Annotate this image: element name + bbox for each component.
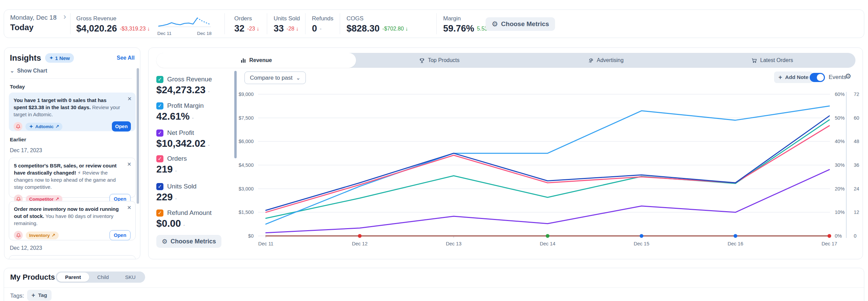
svg-text:$1,500: $1,500	[239, 209, 254, 215]
cogs-value: $828.30-$702.80 ↓	[347, 23, 408, 34]
svg-text:36: 36	[854, 162, 859, 168]
close-icon[interactable]: ×	[127, 161, 131, 167]
refunds-delta: -	[320, 26, 321, 32]
divider	[224, 13, 225, 34]
svg-text:60: 60	[854, 115, 859, 121]
external-arrow-icon: ↗	[52, 233, 55, 238]
svg-text:12: 12	[854, 209, 859, 215]
next-day-button[interactable]: ›	[63, 13, 66, 21]
orders-label: Orders	[234, 15, 252, 22]
new-insights-badge: ✦1 New	[45, 53, 74, 63]
refunds-value: 0-	[312, 23, 321, 34]
close-icon[interactable]: ×	[127, 258, 131, 259]
show-chart-toggle[interactable]: ⌄ Show Chart	[10, 67, 47, 74]
divider	[436, 13, 437, 34]
svg-text:$6,000: $6,000	[239, 139, 254, 144]
insight-card-inventory: Order more inventory now to avoid runnin…	[9, 201, 136, 240]
insight-date: Dec 12, 2023	[10, 245, 42, 251]
open-button[interactable]: Open	[110, 230, 131, 240]
svg-text:$3,000: $3,000	[239, 186, 254, 192]
alert-bell-icon	[14, 122, 22, 131]
current-date: Monday, Dec 18	[10, 14, 57, 21]
alert-bell-icon	[14, 231, 23, 240]
product-level-segmented-control: Parent Child SKU	[56, 272, 145, 283]
insights-title: Insights	[10, 53, 41, 63]
svg-text:50%: 50%	[835, 115, 845, 121]
divider	[340, 13, 340, 34]
insight-card-listing: 1 competitor has updated their listing. …	[9, 255, 136, 259]
cogs-label: COGS	[347, 15, 363, 22]
close-icon[interactable]: ×	[127, 204, 131, 211]
divider	[70, 13, 71, 34]
insight-card-competitor: 5 competitor's BSR, sales, or review cou…	[9, 158, 136, 198]
insight-text: 5 competitor's BSR, sales, or review cou…	[14, 162, 122, 190]
see-all-link[interactable]: See All	[117, 55, 135, 61]
group-heading-today: Today	[10, 84, 25, 90]
orders-delta: -23 ↓	[247, 26, 259, 32]
sparkline-chart	[157, 15, 212, 30]
svg-text:Dec 15: Dec 15	[634, 241, 649, 246]
tab-child[interactable]: Child	[89, 273, 117, 282]
revenue-sparkline: Dec 11 Dec 18	[157, 15, 212, 36]
insight-text: Order more inventory now to avoid runnin…	[14, 205, 122, 227]
cogs-delta: -$702.80 ↓	[382, 26, 408, 32]
chevron-down-icon: ⌄	[10, 67, 14, 74]
tab-sku[interactable]: SKU	[117, 273, 144, 282]
tab-parent[interactable]: Parent	[57, 273, 89, 282]
my-products-title: My Products	[10, 273, 55, 282]
insight-date: Dec 17, 2023	[10, 147, 42, 154]
sparkline-end-label: Dec 18	[197, 31, 212, 36]
svg-text:72: 72	[854, 92, 859, 97]
units-sold-delta: -28 ↓	[287, 26, 299, 32]
svg-text:Dec 11: Dec 11	[258, 241, 274, 246]
svg-text:10%: 10%	[835, 209, 845, 215]
gross-revenue-label: Gross Revenue	[76, 15, 116, 22]
svg-text:Dec 16: Dec 16	[728, 241, 743, 246]
revenue-line-chart[interactable]: $9,00060%72$7,50050%60$6,00040%48$4,5003…	[149, 48, 863, 260]
tags-label: Tags:	[10, 293, 24, 299]
adtomic-icon	[29, 124, 34, 129]
svg-text:Dec 17: Dec 17	[822, 241, 837, 246]
svg-text:Dec 14: Dec 14	[540, 241, 555, 246]
top-summary-bar: Monday, Dec 18 ‹ › Today Gross Revenue $…	[4, 9, 864, 38]
svg-text:Dec 13: Dec 13	[446, 241, 461, 246]
svg-text:0: 0	[854, 233, 856, 239]
insights-panel: Insights ✦1 New See All ⌄ Show Chart Tod…	[4, 47, 140, 259]
svg-text:$7,500: $7,500	[239, 115, 254, 121]
orders-value: 32-23 ↓	[234, 23, 259, 34]
margin-label: Margin	[443, 15, 461, 22]
group-heading-earlier: Earlier	[10, 137, 26, 143]
svg-text:40%: 40%	[835, 139, 845, 144]
prev-day-button[interactable]: ‹	[54, 13, 57, 21]
close-icon[interactable]: ×	[127, 95, 132, 102]
divider	[10, 78, 132, 79]
svg-text:20%: 20%	[835, 186, 845, 192]
svg-text:60%: 60%	[835, 92, 845, 97]
divider	[4, 287, 864, 288]
external-arrow-icon: ↗	[55, 124, 59, 129]
analytics-panel: Revenue Top Products Advertising Latest …	[148, 47, 863, 259]
gear-icon: ⚙	[492, 20, 498, 28]
choose-metrics-button[interactable]: ⚙ Choose Metrics	[486, 17, 555, 31]
insights-scrollbar[interactable]	[137, 68, 139, 204]
add-tag-button[interactable]: + Tag	[27, 290, 52, 301]
adtomic-tag[interactable]: Adtomic ↗	[25, 123, 62, 131]
insight-card-adtomic: You have 1 target with 0 sales that has …	[9, 93, 136, 131]
svg-text:$4,500: $4,500	[239, 162, 254, 168]
svg-text:0%: 0%	[835, 233, 842, 239]
svg-text:$9,000: $9,000	[239, 92, 254, 97]
inventory-tag[interactable]: Inventory ↗	[26, 232, 59, 239]
gross-revenue-value: $4,020.26-$3,319.23 ↓	[76, 23, 150, 34]
svg-text:$0: $0	[248, 233, 254, 239]
plus-icon: +	[32, 292, 35, 299]
units-sold-label: Units Sold	[274, 15, 300, 22]
divider	[305, 13, 305, 34]
divider	[267, 13, 267, 34]
open-button[interactable]: Open	[112, 121, 131, 132]
insight-text: You have 1 target with 0 sales that has …	[14, 97, 121, 118]
svg-text:Dec 12: Dec 12	[352, 241, 368, 246]
svg-text:24: 24	[854, 186, 859, 192]
refunds-label: Refunds	[312, 15, 333, 22]
svg-text:48: 48	[854, 139, 859, 144]
period-label: Today	[10, 23, 34, 32]
